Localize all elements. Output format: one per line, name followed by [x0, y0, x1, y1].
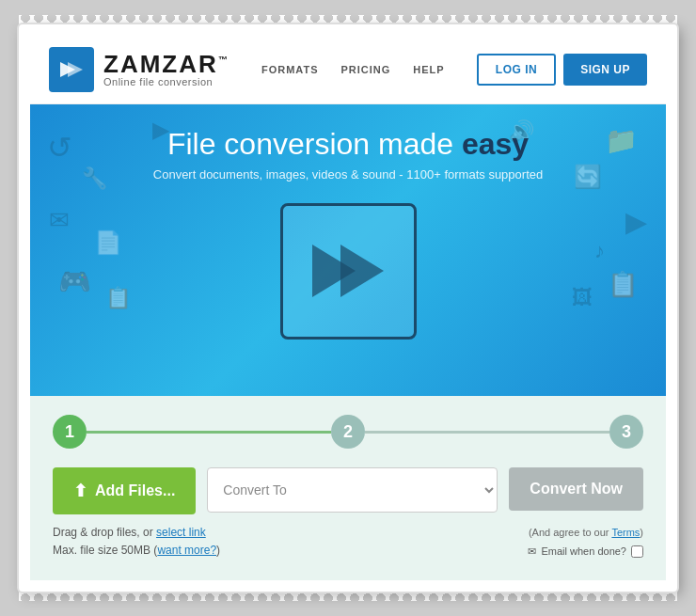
- add-files-button[interactable]: ⬆ Add Files...: [53, 467, 196, 514]
- logo-icon: [49, 47, 94, 92]
- form-row: ⬆ Add Files... Convert To MP3 MP4 PDF JP…: [53, 467, 643, 514]
- steps-bar: 1 2 3: [53, 415, 643, 449]
- nav-links: FORMATS PRICING HELP: [261, 64, 445, 75]
- arrow-2: [340, 245, 384, 297]
- step-1: 1: [53, 415, 87, 449]
- terms-text: (And agree to our Terms): [528, 524, 643, 543]
- drag-drop-text: Drag & drop files, or select link: [53, 524, 220, 542]
- email-check-row: ✉ Email when done?: [528, 543, 643, 561]
- nav-pricing[interactable]: PRICING: [340, 64, 390, 75]
- upload-icon: ⬆: [73, 481, 87, 501]
- email-when-done-label: Email when done?: [541, 543, 626, 561]
- logo-subtitle: Online file conversion: [103, 76, 229, 87]
- header: ZAMZAR™ Online file conversion FORMATS P…: [30, 36, 666, 104]
- signup-button[interactable]: SIGN UP: [563, 54, 647, 86]
- select-link[interactable]: select link: [156, 526, 206, 539]
- form-bottom: Drag & drop files, or select link Max. f…: [53, 524, 643, 561]
- header-buttons: LOG IN SIGN UP: [477, 54, 647, 86]
- form-left-text: Drag & drop files, or select link Max. f…: [53, 524, 220, 560]
- logo-title: ZAMZAR™: [103, 52, 229, 76]
- step-2: 2: [331, 415, 365, 449]
- hero-section: ↺ 🔧 ✉ 📄 🎮 📋 📁 🔄 ▶ ♪ 📋 🖼 ▶ 🔊 File convers…: [30, 104, 666, 396]
- form-right-text: (And agree to our Terms) ✉ Email when do…: [528, 524, 643, 561]
- convert-now-button[interactable]: Convert Now: [509, 467, 643, 511]
- nav-formats[interactable]: FORMATS: [261, 64, 319, 75]
- convert-to-select[interactable]: Convert To MP3 MP4 PDF JPG PNG AVI MOV W…: [207, 467, 498, 513]
- logo-text-area: ZAMZAR™ Online file conversion: [103, 52, 229, 87]
- logo-area: ZAMZAR™ Online file conversion: [49, 47, 229, 92]
- svg-marker-1: [68, 62, 83, 77]
- form-area: 1 2 3 ⬆ Add Files... Convert To: [30, 396, 666, 580]
- email-checkbox[interactable]: [631, 545, 643, 558]
- step-line-1: [87, 431, 331, 434]
- email-icon: ✉: [528, 543, 536, 561]
- page-wrapper: ZAMZAR™ Online file conversion FORMATS P…: [19, 15, 677, 601]
- sketch-box: [280, 203, 417, 340]
- step-3: 3: [609, 415, 643, 449]
- sketch-illustration: [49, 191, 647, 351]
- nav-help[interactable]: HELP: [413, 64, 444, 75]
- terms-link[interactable]: Terms: [611, 527, 640, 538]
- step-line-2: [365, 431, 609, 434]
- max-size-text: Max. file size 50MB (want more?): [53, 542, 220, 560]
- hero-subtitle: Convert documents, images, videos & soun…: [49, 167, 647, 182]
- sketch-arrows: [312, 245, 384, 297]
- login-button[interactable]: LOG IN: [477, 54, 556, 86]
- hero-title: File conversion made easy: [49, 127, 647, 162]
- want-more-link[interactable]: want more?: [157, 544, 216, 557]
